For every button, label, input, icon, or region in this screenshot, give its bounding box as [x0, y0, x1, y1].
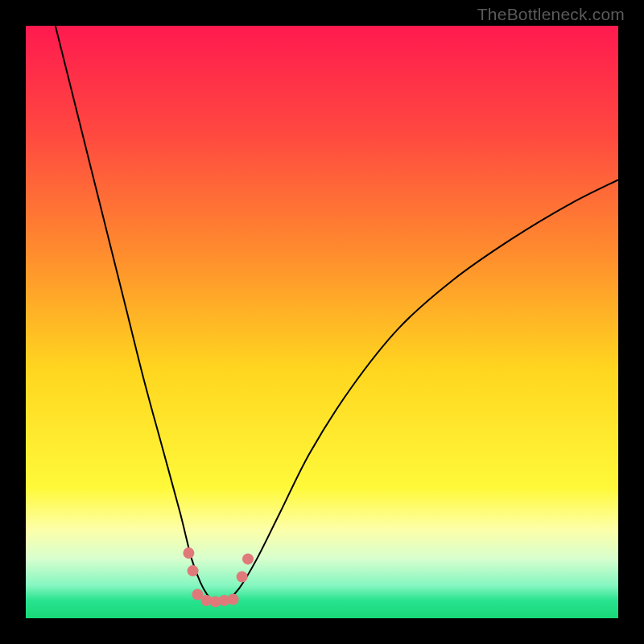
chart-stage: TheBottleneck.com: [0, 0, 644, 644]
chart-svg: [26, 26, 618, 618]
data-point: [188, 565, 199, 576]
plot-area: [26, 26, 618, 618]
data-point: [228, 593, 239, 605]
data-point: [183, 547, 194, 559]
data-point: [242, 553, 254, 564]
gradient-background: [26, 26, 618, 618]
data-point: [237, 571, 248, 582]
watermark-link[interactable]: TheBottleneck.com: [477, 5, 625, 24]
